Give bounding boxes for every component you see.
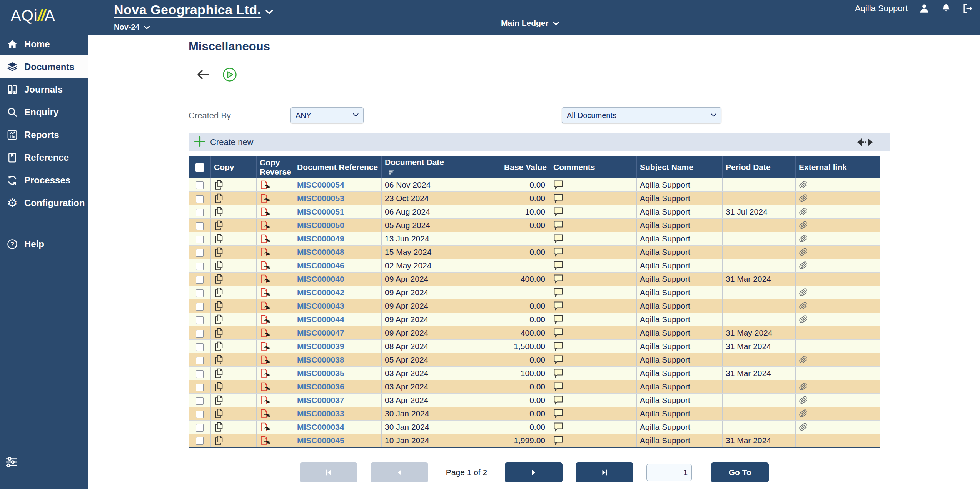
copy-icon[interactable] xyxy=(214,301,224,311)
document-reference-link[interactable]: MISC000033 xyxy=(297,409,344,418)
copy-icon[interactable] xyxy=(214,395,224,406)
row-checkbox[interactable] xyxy=(196,303,204,311)
create-new-button[interactable]: Create new xyxy=(194,136,254,149)
comment-icon[interactable] xyxy=(553,234,564,244)
document-reference-link[interactable]: MISC000037 xyxy=(297,396,344,404)
attachment-icon[interactable] xyxy=(799,220,808,230)
document-reference-link[interactable]: MISC000049 xyxy=(297,234,344,243)
comment-icon[interactable] xyxy=(553,207,564,217)
document-reference-link[interactable]: MISC000038 xyxy=(297,355,344,364)
copy-reverse-icon[interactable] xyxy=(260,395,270,406)
company-selector[interactable]: Nova Geographica Ltd. xyxy=(114,2,261,17)
comment-icon[interactable] xyxy=(553,180,564,190)
row-checkbox[interactable] xyxy=(196,343,204,351)
comment-icon[interactable] xyxy=(553,314,564,324)
row-checkbox[interactable] xyxy=(196,397,204,405)
copy-reverse-icon[interactable] xyxy=(260,193,270,204)
row-checkbox[interactable] xyxy=(196,370,204,378)
copy-reverse-icon[interactable] xyxy=(260,341,270,352)
document-reference-link[interactable]: MISC000045 xyxy=(297,436,344,445)
sidebar-item-documents[interactable]: Documents xyxy=(0,55,88,78)
logout-icon[interactable] xyxy=(962,3,973,14)
document-reference-link[interactable]: MISC000043 xyxy=(297,301,344,310)
document-reference-link[interactable]: MISC000044 xyxy=(297,315,344,324)
attachment-icon[interactable] xyxy=(799,409,808,419)
document-reference-link[interactable]: MISC000051 xyxy=(297,207,344,216)
copy-reverse-icon[interactable] xyxy=(260,220,270,231)
copy-icon[interactable] xyxy=(214,247,224,258)
sidebar-item-configuration[interactable]: ⚙ Configuration xyxy=(0,191,88,214)
document-filter-select[interactable]: All Documents xyxy=(562,107,721,123)
chevron-down-icon[interactable] xyxy=(553,21,559,28)
document-reference-link[interactable]: MISC000042 xyxy=(297,288,344,297)
row-checkbox[interactable] xyxy=(196,330,204,338)
sidebar-item-reports[interactable]: Reports xyxy=(0,123,88,146)
sidebar-item-processes[interactable]: Processes xyxy=(0,169,88,191)
comment-icon[interactable] xyxy=(553,261,564,271)
copy-reverse-icon[interactable] xyxy=(260,247,270,258)
row-checkbox[interactable] xyxy=(196,209,204,216)
attachment-icon[interactable] xyxy=(799,422,808,432)
document-reference-link[interactable]: MISC000046 xyxy=(297,261,344,270)
first-page-button[interactable] xyxy=(300,462,357,482)
row-checkbox[interactable] xyxy=(196,249,204,257)
copy-icon[interactable] xyxy=(214,180,224,190)
copy-reverse-icon[interactable] xyxy=(260,381,270,392)
column-header-document-date[interactable]: Document Date xyxy=(382,156,456,178)
user-icon[interactable] xyxy=(918,3,930,14)
sidebar-item-reference[interactable]: Reference xyxy=(0,146,88,169)
attachment-icon[interactable] xyxy=(799,234,808,244)
document-reference-link[interactable]: MISC000054 xyxy=(297,180,344,189)
back-arrow-button[interactable] xyxy=(196,69,210,80)
row-checkbox[interactable] xyxy=(196,424,204,432)
period-selector[interactable]: Nov-24 xyxy=(114,23,140,32)
document-reference-link[interactable]: MISC000053 xyxy=(297,194,344,203)
copy-icon[interactable] xyxy=(214,274,224,284)
document-reference-link[interactable]: MISC000050 xyxy=(297,221,344,230)
goto-page-button[interactable]: Go To xyxy=(711,462,769,482)
attachment-icon[interactable] xyxy=(799,180,808,190)
copy-reverse-icon[interactable] xyxy=(260,233,270,244)
comment-icon[interactable] xyxy=(553,341,564,351)
row-checkbox[interactable] xyxy=(196,411,204,418)
chevron-down-icon[interactable] xyxy=(265,9,274,17)
copy-reverse-icon[interactable] xyxy=(260,314,270,325)
copy-icon[interactable] xyxy=(214,368,224,379)
document-reference-link[interactable]: MISC000040 xyxy=(297,274,344,283)
ledger-selector[interactable]: Main Ledger xyxy=(501,18,549,28)
attachment-icon[interactable] xyxy=(799,382,808,392)
comment-icon[interactable] xyxy=(553,193,564,203)
comment-icon[interactable] xyxy=(553,436,564,446)
last-page-button[interactable] xyxy=(576,462,633,482)
copy-icon[interactable] xyxy=(214,287,224,298)
copy-icon[interactable] xyxy=(214,354,224,365)
document-reference-link[interactable]: MISC000036 xyxy=(297,382,344,391)
copy-reverse-icon[interactable] xyxy=(260,435,270,446)
copy-icon[interactable] xyxy=(214,435,224,446)
attachment-icon[interactable] xyxy=(799,301,808,311)
sidebar-item-journals[interactable]: Journals xyxy=(0,78,88,101)
attachment-icon[interactable] xyxy=(799,288,808,298)
sidebar-item-help[interactable]: ? Help xyxy=(0,233,88,255)
attachment-icon[interactable] xyxy=(799,395,808,405)
row-checkbox[interactable] xyxy=(196,236,204,243)
comment-icon[interactable] xyxy=(553,328,564,338)
copy-icon[interactable] xyxy=(214,381,224,392)
comment-icon[interactable] xyxy=(553,247,564,257)
comment-icon[interactable] xyxy=(553,301,564,311)
comment-icon[interactable] xyxy=(553,422,564,432)
copy-icon[interactable] xyxy=(214,408,224,419)
copy-reverse-icon[interactable] xyxy=(260,260,270,271)
document-reference-link[interactable]: MISC000047 xyxy=(297,328,344,337)
row-checkbox[interactable] xyxy=(196,384,204,391)
copy-icon[interactable] xyxy=(214,314,224,325)
copy-reverse-icon[interactable] xyxy=(260,274,270,284)
copy-reverse-icon[interactable] xyxy=(260,206,270,217)
comment-icon[interactable] xyxy=(553,395,564,405)
attachment-icon[interactable] xyxy=(799,355,808,365)
row-checkbox[interactable] xyxy=(196,357,204,364)
select-all-checkbox[interactable] xyxy=(195,163,204,172)
row-checkbox[interactable] xyxy=(196,289,204,297)
previous-page-button[interactable] xyxy=(371,462,428,482)
next-page-button[interactable] xyxy=(505,462,563,482)
